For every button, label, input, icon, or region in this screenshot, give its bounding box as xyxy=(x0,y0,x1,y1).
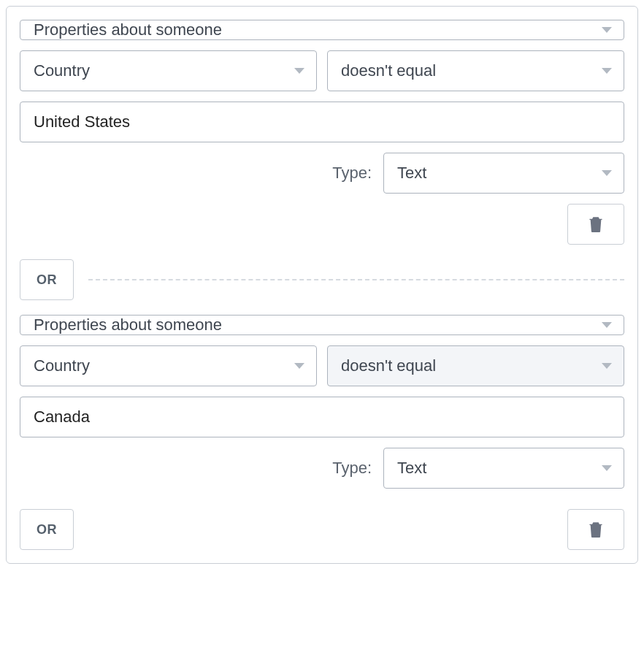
chevron-down-icon xyxy=(602,465,612,471)
or-button-label: OR xyxy=(37,272,57,287)
divider-line xyxy=(88,279,624,280)
type-select[interactable]: Text xyxy=(383,448,624,489)
chevron-down-icon xyxy=(294,68,304,74)
property-operator-row: Country doesn't equal xyxy=(20,50,624,91)
type-label: Type: xyxy=(332,459,372,478)
delete-button[interactable] xyxy=(567,509,624,550)
trash-icon xyxy=(589,216,602,232)
delete-button[interactable] xyxy=(567,204,624,245)
operator-select[interactable]: doesn't equal xyxy=(327,345,624,386)
chevron-down-icon xyxy=(602,27,612,33)
property-select-value: Country xyxy=(34,356,90,375)
or-button[interactable]: OR xyxy=(20,509,74,550)
property-select[interactable]: Country xyxy=(20,50,317,91)
chevron-down-icon xyxy=(602,363,612,369)
chevron-down-icon xyxy=(294,363,304,369)
filter-container: Properties about someone Country doesn't… xyxy=(6,6,638,564)
category-select[interactable]: Properties about someone xyxy=(20,20,624,40)
category-select[interactable]: Properties about someone xyxy=(20,315,624,335)
property-select-value: Country xyxy=(34,61,90,80)
type-row: Type: Text xyxy=(20,153,624,194)
or-divider: OR xyxy=(20,259,624,300)
operator-select-value: doesn't equal xyxy=(341,356,436,375)
trash-icon xyxy=(589,521,602,538)
condition-group: Properties about someone Country doesn't… xyxy=(20,20,624,245)
type-select-value: Text xyxy=(397,164,426,183)
action-row xyxy=(20,204,624,245)
condition-group: Properties about someone Country doesn't… xyxy=(20,315,624,550)
operator-select-value: doesn't equal xyxy=(341,61,436,80)
chevron-down-icon xyxy=(602,170,612,176)
value-input[interactable] xyxy=(20,397,624,437)
value-input[interactable] xyxy=(20,102,624,142)
type-select-value: Text xyxy=(397,459,426,478)
property-operator-row: Country doesn't equal xyxy=(20,345,624,386)
type-row: Type: Text xyxy=(20,448,624,489)
chevron-down-icon xyxy=(602,322,612,328)
or-button[interactable]: OR xyxy=(20,259,74,300)
property-select[interactable]: Country xyxy=(20,345,317,386)
or-button-label: OR xyxy=(37,522,57,537)
type-label: Type: xyxy=(332,164,372,183)
category-select-value: Properties about someone xyxy=(34,316,222,334)
chevron-down-icon xyxy=(602,68,612,74)
action-row: OR xyxy=(20,509,624,550)
operator-select[interactable]: doesn't equal xyxy=(327,50,624,91)
type-select[interactable]: Text xyxy=(383,153,624,194)
category-select-value: Properties about someone xyxy=(34,20,222,39)
